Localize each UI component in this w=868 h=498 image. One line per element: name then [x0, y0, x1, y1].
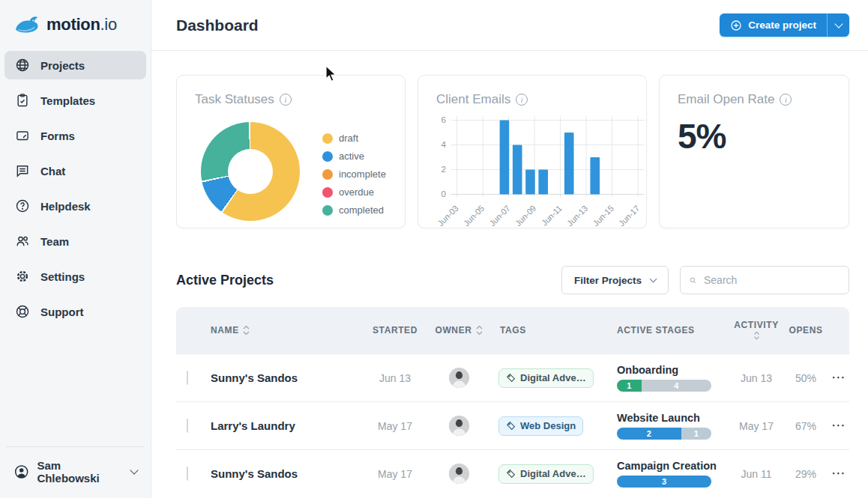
create-project-dropdown[interactable] — [827, 13, 849, 37]
column-header-active-stages: ACTIVE STAGES — [608, 325, 728, 335]
svg-text:Jun-15: Jun-15 — [591, 204, 615, 228]
started-date: May 17 — [361, 420, 430, 432]
legend-label: active — [339, 151, 364, 162]
chevron-down-icon — [130, 466, 139, 474]
tag-chip[interactable]: Digital Adve… — [498, 368, 594, 388]
svg-text:Jun-11: Jun-11 — [540, 204, 564, 228]
card-title: Task Statuses i — [195, 92, 387, 107]
sidebar-item-label: Settings — [40, 270, 85, 283]
legend-item: completed — [322, 204, 386, 216]
card-title: Client Emails i — [436, 92, 628, 107]
sidebar-item-helpdesk[interactable]: Helpdesk — [4, 192, 146, 220]
opens-percent: 50% — [785, 372, 827, 384]
sidebar-item-label: Projects — [40, 59, 85, 72]
legend-label: draft — [339, 133, 358, 144]
column-header-started: STARTED — [361, 325, 430, 335]
row-checkbox[interactable] — [187, 467, 188, 481]
info-icon[interactable]: i — [780, 94, 792, 106]
row-menu-icon[interactable]: ⋯ — [831, 417, 846, 433]
owner-avatar[interactable] — [449, 416, 469, 436]
project-name[interactable]: Sunny's Sandos — [211, 467, 361, 480]
table-row: Sunny's Sandos Jun 13 Digital Adve… — [176, 353, 849, 401]
gear-icon — [15, 269, 30, 284]
logo-text: motion.io — [46, 15, 117, 34]
column-header-tags: TAGS — [488, 325, 608, 335]
row-checkbox[interactable] — [187, 371, 188, 385]
donut-legend: draft active incomplete — [322, 133, 386, 216]
sidebar-item-settings[interactable]: Settings — [4, 262, 146, 291]
active-stage: Website Launch 2 1 — [608, 412, 728, 440]
search-box[interactable] — [680, 266, 849, 294]
info-icon[interactable]: i — [516, 94, 528, 106]
owner-avatar[interactable] — [449, 368, 469, 388]
tag-chip[interactable]: Web Design — [498, 416, 583, 436]
started-date: May 17 — [361, 468, 430, 480]
filter-projects-label: Filter Projects — [574, 275, 642, 286]
section-title: Active Projects — [176, 273, 274, 288]
table-row: Sunny's Sandos May 17 Digital Adve… — [176, 449, 849, 497]
client-emails-card: Client Emails i 0246Jun-03Jun-05Jun-07Ju… — [418, 75, 647, 228]
chat-icon — [15, 163, 30, 178]
create-project-label: Create project — [748, 19, 816, 31]
project-name[interactable]: Larry's Laundry — [211, 419, 361, 432]
active-stage: Campaign Creation 3 — [608, 460, 728, 488]
globe-icon — [15, 58, 30, 73]
stage-progress: 3 — [617, 476, 711, 488]
stage-progress: 1 4 — [617, 380, 711, 392]
sidebar-item-templates[interactable]: Templates — [4, 86, 146, 115]
activity-date: May 17 — [728, 420, 785, 432]
started-date: Jun 13 — [361, 372, 430, 384]
tag-icon — [506, 421, 516, 431]
row-menu-icon[interactable]: ⋯ — [831, 465, 846, 481]
legend-item: overdue — [322, 186, 386, 198]
sort-icon — [753, 331, 760, 340]
tag-icon — [506, 469, 516, 479]
legend-item: active — [322, 151, 386, 162]
info-icon[interactable]: i — [280, 94, 292, 106]
column-header-name[interactable]: NAME — [211, 325, 361, 335]
search-input[interactable] — [704, 274, 840, 286]
svg-text:Jun-13: Jun-13 — [565, 204, 590, 228]
form-icon — [15, 128, 30, 143]
sidebar-item-team[interactable]: Team — [4, 227, 146, 255]
legend-label: completed — [339, 204, 384, 216]
chevron-down-icon — [834, 19, 843, 28]
column-header-activity[interactable]: ACTIVITY — [728, 321, 785, 340]
svg-text:Jun-03: Jun-03 — [435, 204, 460, 228]
tag-chip[interactable]: Digital Adve… — [498, 464, 594, 484]
legend-item: incomplete — [322, 168, 386, 180]
svg-text:Jun-07: Jun-07 — [487, 204, 512, 228]
page-title: Dashboard — [176, 16, 259, 34]
sidebar-item-projects[interactable]: Projects — [4, 51, 146, 79]
table-header-row: NAME STARTED OWNER TAGS ACTIVE STAGES — [176, 307, 849, 353]
legend-dot — [322, 169, 333, 180]
project-name[interactable]: Sunny's Sandos — [211, 371, 361, 384]
tag-icon — [506, 373, 516, 383]
row-menu-icon[interactable]: ⋯ — [831, 369, 846, 385]
svg-text:Jun-17: Jun-17 — [617, 204, 642, 228]
sidebar-item-forms[interactable]: Forms — [4, 121, 146, 150]
svg-text:Jun-05: Jun-05 — [462, 204, 486, 228]
legend-dot — [322, 205, 333, 216]
owner-avatar[interactable] — [449, 464, 469, 484]
sidebar-item-chat[interactable]: Chat — [4, 157, 146, 185]
column-header-owner[interactable]: OWNER — [430, 325, 488, 335]
plus-circle-icon — [730, 19, 742, 31]
email-open-rate-card: Email Open Rate i 5% — [659, 75, 849, 228]
activity-date: Jun 13 — [728, 372, 785, 384]
stats-cards: Task Statuses i draft active — [176, 75, 849, 228]
opens-percent: 67% — [785, 420, 827, 432]
activity-date: Jun 11 — [728, 468, 785, 480]
app-window: motion.io Projects Templates — [0, 0, 868, 498]
user-avatar-icon — [13, 464, 29, 480]
filter-projects-button[interactable]: Filter Projects — [561, 266, 669, 294]
logo[interactable]: motion.io — [0, 0, 151, 51]
create-project-button[interactable]: Create project — [720, 13, 849, 37]
svg-text:0: 0 — [441, 189, 447, 198]
row-checkbox[interactable] — [187, 419, 188, 433]
stage-progress: 2 1 — [617, 428, 711, 440]
user-menu[interactable]: Sam Chlebowski — [0, 459, 151, 485]
legend-label: overdue — [339, 186, 374, 198]
sidebar-item-support[interactable]: Support — [4, 297, 146, 326]
sidebar-footer: Sam Chlebowski — [0, 446, 151, 498]
